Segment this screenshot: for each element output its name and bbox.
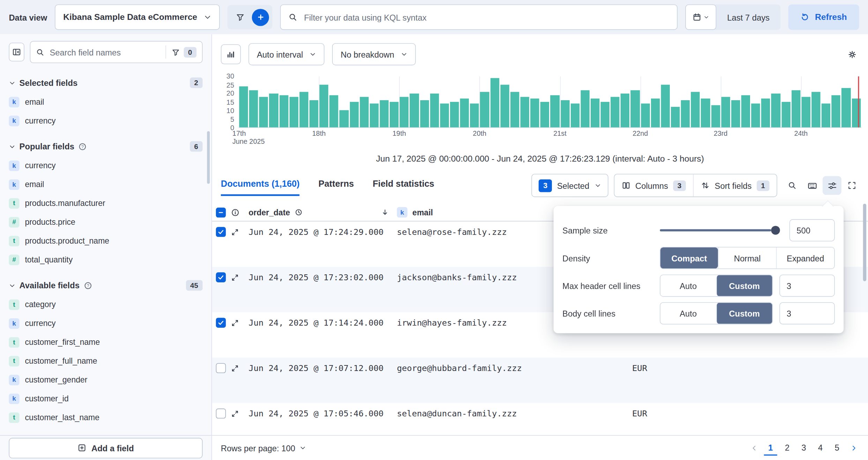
histogram-bar[interactable] (380, 100, 389, 127)
header-lines-input[interactable] (780, 275, 834, 296)
calendar-button[interactable] (685, 5, 716, 30)
row-checkbox[interactable] (216, 272, 226, 282)
histogram-bar[interactable] (731, 100, 740, 127)
field-item[interactable]: t category (9, 295, 202, 314)
expand-row-icon[interactable] (231, 228, 239, 236)
interval-dropdown[interactable]: Auto interval (248, 43, 324, 65)
expand-row-icon[interactable] (231, 364, 239, 372)
columns-button[interactable]: Columns 3 (614, 175, 693, 196)
next-page-button[interactable] (847, 441, 860, 455)
fullscreen-button[interactable] (843, 176, 861, 195)
histogram-bar[interactable] (430, 94, 439, 127)
histogram-bar[interactable] (299, 92, 308, 127)
data-view-picker[interactable]: Kibana Sample Data eCommerce (55, 5, 220, 30)
histogram-bar[interactable] (711, 105, 720, 127)
row-checkbox[interactable] (216, 227, 226, 237)
sort-descending-icon[interactable] (381, 208, 389, 216)
histogram-bar[interactable] (841, 88, 851, 127)
histogram-bar[interactable] (370, 104, 379, 127)
histogram-bar[interactable] (811, 92, 821, 127)
histogram-bar[interactable] (390, 102, 399, 127)
field-search-box[interactable]: 0 (30, 41, 202, 63)
breakdown-dropdown[interactable]: No breakdown (332, 43, 416, 65)
histogram-bar[interactable] (239, 87, 248, 127)
rows-per-page-button[interactable]: Rows per page: 100 (221, 443, 306, 453)
histogram-bar[interactable] (551, 95, 560, 127)
histogram-bar[interactable] (480, 92, 489, 127)
histogram-bar[interactable] (691, 92, 700, 127)
histogram-bar[interactable] (611, 97, 620, 127)
histogram-bar[interactable] (510, 92, 519, 127)
page-button[interactable]: 5 (830, 440, 844, 455)
histogram-bar[interactable] (771, 94, 780, 127)
histogram-bar[interactable] (631, 90, 640, 127)
histogram-bar[interactable] (721, 97, 730, 127)
kql-search-bar[interactable] (280, 5, 677, 30)
header-lines-input-box[interactable] (779, 275, 835, 297)
row-checkbox[interactable] (216, 363, 226, 373)
previous-page-button[interactable] (747, 441, 761, 455)
density-compact-button[interactable]: Compact (660, 247, 718, 268)
histogram-bar[interactable] (440, 104, 449, 127)
add-field-button[interactable]: Add a field (9, 438, 202, 458)
section-popular-fields[interactable]: Popular fields ? 6 (9, 141, 202, 151)
expand-row-icon[interactable] (231, 319, 239, 327)
field-item[interactable]: t customer_full_name (9, 351, 202, 370)
sample-size-input[interactable] (790, 220, 834, 241)
field-item[interactable]: k email (9, 92, 202, 111)
field-item[interactable]: k email (9, 175, 202, 194)
histogram-bar[interactable] (490, 78, 499, 127)
histogram-bar[interactable] (822, 104, 831, 127)
histogram-bar[interactable] (460, 98, 469, 127)
page-button[interactable]: 3 (797, 440, 810, 455)
order-date-column-header[interactable]: order_date (248, 208, 397, 217)
tab-documents[interactable]: Documents (1,160) (221, 179, 300, 196)
sample-size-slider[interactable] (660, 219, 778, 241)
histogram-bar[interactable] (741, 95, 750, 127)
row-checkbox[interactable] (216, 318, 226, 328)
sample-size-input-box[interactable] (790, 219, 835, 241)
histogram-bar[interactable] (279, 95, 289, 127)
field-search-input[interactable] (48, 47, 161, 57)
field-item[interactable]: t customer_first_name (9, 333, 202, 351)
time-range-value[interactable]: Last 7 days (716, 13, 780, 22)
refresh-button[interactable]: Refresh (788, 5, 859, 30)
histogram-bar[interactable] (420, 100, 429, 127)
histogram-bar[interactable] (581, 90, 590, 127)
field-item[interactable]: t products.product_name (9, 231, 202, 250)
page-button[interactable]: 1 (764, 440, 777, 455)
histogram-bar[interactable] (470, 104, 479, 127)
histogram-bar[interactable] (339, 110, 349, 127)
histogram-bar[interactable] (309, 100, 319, 127)
histogram-bar[interactable] (450, 102, 459, 127)
histogram-bar[interactable] (320, 85, 329, 127)
info-icon[interactable] (231, 208, 240, 217)
grid-search-button[interactable] (783, 176, 802, 195)
body-lines-custom-button[interactable]: Custom (716, 303, 772, 324)
histogram-bar[interactable] (591, 98, 600, 127)
histogram-bar[interactable] (500, 85, 509, 127)
histogram-bar[interactable] (400, 97, 409, 127)
slider-thumb[interactable] (771, 226, 780, 235)
histogram-bar[interactable] (781, 102, 791, 127)
histogram-bar[interactable] (681, 100, 690, 127)
display-options-button[interactable] (823, 176, 841, 195)
histogram-bar[interactable] (621, 94, 630, 127)
histogram-bar[interactable] (330, 95, 339, 127)
data-view-label[interactable]: Data view (9, 13, 47, 22)
density-normal-button[interactable]: Normal (718, 247, 776, 268)
field-item[interactable]: k currency (9, 111, 202, 130)
histogram-bar[interactable] (761, 98, 770, 127)
histogram-bar[interactable] (832, 95, 841, 127)
field-item[interactable]: # products.price (9, 213, 202, 231)
field-item[interactable]: t products.manufacturer (9, 194, 202, 213)
histogram-bar[interactable] (651, 98, 660, 127)
chart-type-button[interactable] (221, 44, 241, 64)
density-expanded-button[interactable]: Expanded (776, 247, 835, 268)
field-item[interactable]: k customer_gender (9, 370, 202, 389)
histogram-bar[interactable] (520, 97, 529, 127)
histogram-bar[interactable] (601, 102, 610, 127)
page-button[interactable]: 2 (780, 440, 794, 455)
field-filter-button[interactable]: 0 (165, 45, 196, 59)
section-selected-fields[interactable]: Selected fields 2 (9, 77, 202, 88)
